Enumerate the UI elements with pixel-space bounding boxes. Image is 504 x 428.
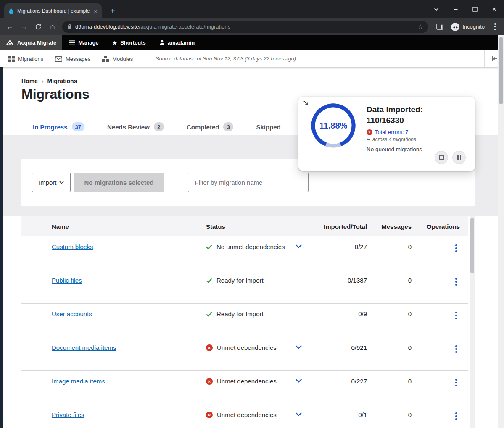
row-checkbox[interactable]	[29, 276, 29, 284]
header-status: Status	[206, 223, 324, 230]
modules-toolbar-item[interactable]: Modules	[96, 56, 139, 62]
chevron-down-icon	[59, 181, 64, 184]
window-scrollbar-thumb[interactable]	[499, 37, 503, 104]
reload-icon[interactable]	[31, 20, 45, 34]
header-messages: Messages	[371, 223, 416, 230]
window-maximize-button[interactable]	[465, 0, 485, 18]
acquia-migrate-brand[interactable]: Acquia Migrate	[0, 35, 62, 50]
tab-count-badge: 37	[72, 122, 84, 131]
shortcuts-star-icon: ★	[112, 39, 118, 46]
manage-menu-item[interactable]: Manage	[62, 35, 105, 50]
branch-arrow-icon	[367, 138, 371, 142]
status-text: Unmet dependencies	[217, 344, 277, 351]
check-icon	[206, 244, 212, 249]
migration-name-link[interactable]: Image media items	[52, 378, 105, 385]
breadcrumb-home-link[interactable]: Home	[21, 78, 38, 84]
window-close-button[interactable]: ×	[485, 0, 504, 18]
migration-name-link[interactable]: Custom blocks	[52, 243, 93, 250]
imported-total-value: 0/9	[324, 304, 371, 337]
tab-label: Skipped	[256, 123, 280, 131]
shortcuts-menu-item[interactable]: ★ Shortcuts	[106, 35, 153, 50]
row-checkbox[interactable]	[29, 410, 29, 418]
stop-button[interactable]	[435, 151, 448, 164]
total-errors-link[interactable]: × Total errors: 7	[367, 129, 470, 135]
pause-button[interactable]	[452, 151, 466, 164]
user-icon	[159, 40, 165, 45]
forward-icon: →	[17, 20, 31, 34]
chevron-down-icon[interactable]	[296, 379, 302, 383]
hamburger-icon	[69, 40, 75, 45]
admin-toolbar: Acquia Migrate Manage ★ Shortcuts amadam…	[0, 35, 504, 50]
table-header-row: Name Status Imported/Total Messages Oper…	[21, 216, 468, 236]
side-panel-icon[interactable]	[433, 20, 447, 34]
secondary-toolbar: Migrations Messages Modules Source datab…	[0, 50, 504, 67]
import-dropdown-button[interactable]: Import	[32, 173, 71, 192]
migrations-label: Migrations	[18, 56, 43, 62]
row-checkbox[interactable]	[29, 242, 29, 250]
row-operations-kebab-icon[interactable]	[449, 274, 464, 289]
modules-label: Modules	[112, 56, 133, 62]
shortcuts-label: Shortcuts	[120, 39, 146, 46]
data-imported-label: Data imported:	[367, 104, 470, 115]
brand-label: Acquia Migrate	[17, 39, 56, 46]
migration-filter-input[interactable]	[188, 173, 309, 192]
tab-count-badge: 2	[154, 122, 164, 131]
row-operations-kebab-icon[interactable]	[449, 375, 464, 390]
row-operations-kebab-icon[interactable]	[449, 341, 464, 357]
messages-count: 0	[371, 404, 416, 428]
table-scrollbar-thumb[interactable]	[470, 218, 474, 273]
tab-close-icon[interactable]: ×	[94, 8, 98, 14]
chevron-down-icon[interactable]	[296, 412, 302, 416]
migration-name-link[interactable]: Public files	[52, 277, 82, 284]
progress-percent: 11.88%	[310, 102, 356, 149]
window-scrollbar[interactable]	[498, 35, 504, 428]
new-tab-button[interactable]: +	[107, 5, 119, 17]
row-operations-kebab-icon[interactable]	[449, 241, 464, 256]
browser-titlebar: Migrations Dashboard | example × + – ×	[0, 0, 504, 18]
select-all-checkbox[interactable]	[29, 226, 29, 234]
chevron-down-icon[interactable]	[296, 345, 302, 349]
imported-total-value: 0/27	[324, 236, 371, 270]
header-operations: Operations	[416, 223, 468, 230]
browser-tab-title: Migrations Dashboard | example	[17, 8, 90, 14]
back-icon[interactable]: ←	[3, 20, 17, 34]
user-menu-item[interactable]: amadamin	[153, 35, 201, 50]
messages-count: 0	[371, 304, 416, 337]
home-icon[interactable]: ⌂	[45, 20, 60, 34]
url-text: d9ama-ddevblog.ddev.site/acquia-migrate-…	[75, 24, 230, 30]
tab-label: Needs Review	[107, 123, 150, 131]
resize-handle-icon[interactable]	[303, 100, 309, 108]
status-text: Unmet dependencies	[217, 378, 277, 385]
url-bar[interactable]: d9ama-ddevblog.ddev.site/acquia-migrate-…	[62, 21, 428, 33]
row-checkbox[interactable]	[29, 343, 29, 351]
migration-name-link[interactable]: Private files	[52, 411, 84, 418]
bookmark-star-icon[interactable]: ☆	[418, 23, 423, 31]
status-text: Unmet dependencies	[217, 411, 277, 418]
browser-menu-icon[interactable]	[489, 23, 501, 30]
table-row: Private files × Unmet dependencies 0/1 0	[21, 404, 468, 428]
manage-label: Manage	[78, 39, 98, 46]
messages-count: 0	[371, 337, 416, 370]
table-row: Custom blocks No unmet dependencies 0/27…	[21, 236, 468, 270]
messages-toolbar-item[interactable]: Messages	[49, 56, 96, 62]
tab-search-chevron-icon[interactable]	[427, 0, 446, 18]
source-database-note: Source database of Sun Nov 12, 3:03 (3 d…	[156, 56, 296, 62]
header-name: Name	[52, 223, 206, 230]
row-operations-kebab-icon[interactable]	[449, 409, 464, 424]
incognito-badge: Incognito	[451, 23, 485, 31]
url-path: /acquia-migrate-accelerate/migrations	[139, 24, 230, 30]
window-minimize-button[interactable]: –	[446, 0, 465, 18]
row-checkbox[interactable]	[29, 310, 29, 318]
breadcrumb-current: Migrations	[47, 78, 77, 84]
messages-count: 0	[371, 236, 416, 270]
browser-tab[interactable]: Migrations Dashboard | example ×	[4, 3, 102, 18]
table-scrollbar[interactable]	[470, 216, 475, 428]
row-operations-kebab-icon[interactable]	[449, 308, 464, 323]
lock-icon	[67, 24, 72, 29]
migrations-toolbar-item[interactable]: Migrations	[3, 56, 49, 62]
migration-name-link[interactable]: Document media items	[52, 344, 116, 351]
total-errors-text: Total errors: 7	[375, 129, 408, 135]
chevron-down-icon[interactable]	[296, 244, 302, 248]
migration-name-link[interactable]: User accounts	[52, 310, 92, 318]
row-checkbox[interactable]	[29, 377, 29, 385]
